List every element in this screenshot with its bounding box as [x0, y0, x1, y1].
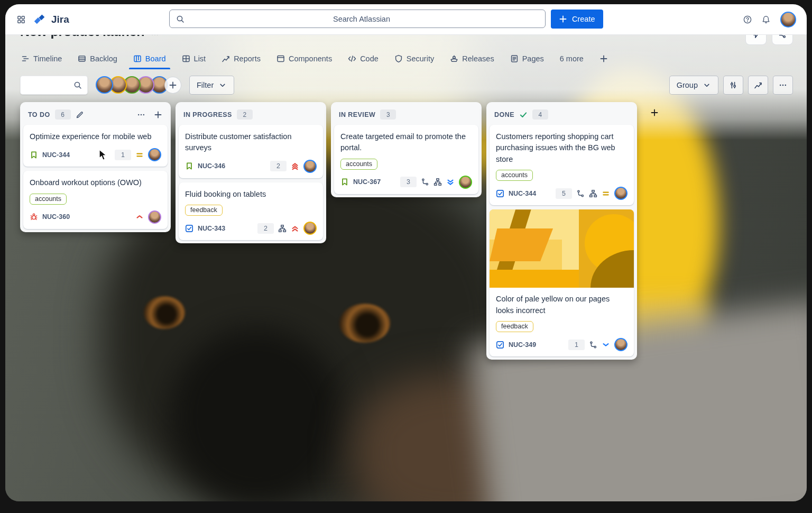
- search-icon: [176, 15, 184, 23]
- tab-components[interactable]: Components: [275, 50, 333, 69]
- card-assignee-avatar[interactable]: [303, 160, 317, 173]
- card-assignee-avatar[interactable]: [459, 176, 472, 189]
- create-button[interactable]: Create: [551, 10, 603, 29]
- group-button[interactable]: Group: [669, 76, 718, 95]
- card-tag-accounts[interactable]: accounts: [30, 194, 67, 205]
- tab-security[interactable]: Security: [393, 50, 435, 69]
- issue-card-nuc-343[interactable]: Fluid booking on tabletsfeedbackNUC-3432: [179, 182, 323, 240]
- add-card-icon[interactable]: [154, 111, 162, 119]
- global-search-input[interactable]: Search Atlassian: [169, 10, 546, 28]
- tab-pages[interactable]: Pages: [509, 50, 545, 69]
- app-switcher-icon[interactable]: [17, 15, 25, 24]
- card-footer: NUC-3441: [30, 148, 161, 161]
- card-assignee-avatar[interactable]: [148, 148, 161, 161]
- card-footer: NUC-3491: [496, 338, 628, 351]
- add-column-button[interactable]: [650, 108, 659, 117]
- kanban-board: TO DO6Optimize experience for mobile web…: [20, 102, 807, 360]
- card-title: Fluid booking on tablets: [185, 189, 317, 200]
- tab-label: Releases: [462, 54, 494, 63]
- issue-key: NUC-346: [198, 162, 225, 170]
- estimate-badge: 2: [270, 161, 287, 171]
- card-footer-meta: 2: [257, 222, 317, 235]
- top-nav-bar: Jira Search Atlassian Create: [5, 4, 807, 35]
- issue-type-story-icon: [340, 178, 349, 186]
- column-more-icon[interactable]: [137, 111, 145, 119]
- notifications-bell-icon[interactable]: [762, 15, 770, 24]
- board-column-in-progress: IN PROGRESS2Distribute customer satisfac…: [176, 102, 326, 243]
- column-name: TO DO: [28, 111, 50, 118]
- column-name: IN REVIEW: [339, 111, 375, 118]
- card-tag-accounts[interactable]: accounts: [340, 159, 377, 170]
- board-column-done: DONE4Customers reporting shopping cart p…: [486, 102, 637, 360]
- column-count-badge: 3: [380, 109, 396, 120]
- filter-button-label: Filter: [197, 81, 214, 89]
- issue-card-nuc-344[interactable]: Customers reporting shopping cart purcha…: [490, 125, 634, 205]
- tab-releases[interactable]: Releases: [449, 50, 495, 69]
- issue-card-nuc-349[interactable]: Color of pale yellow on our pages looks …: [490, 209, 634, 356]
- tab-label: Board: [145, 54, 166, 63]
- issue-key: NUC-344: [42, 151, 70, 159]
- plus-icon: [599, 54, 608, 63]
- branch-icon: [421, 178, 429, 186]
- board-column-to-do: TO DO6Optimize experience for mobile web…: [20, 102, 171, 232]
- issue-type-task-icon: [496, 189, 504, 198]
- priority-lower-icon: [446, 178, 455, 186]
- add-assignee-button[interactable]: [164, 77, 181, 94]
- column-cards: Optimize experience for mobile webNUC-34…: [23, 125, 168, 229]
- tab-label: Pages: [522, 54, 544, 63]
- tab-reports[interactable]: Reports: [220, 50, 262, 69]
- card-tag-feedback[interactable]: feedback: [185, 205, 223, 216]
- tab-board[interactable]: Board: [132, 50, 167, 69]
- column-cards: Distribute customer satisfaction surveys…: [179, 125, 323, 240]
- issue-type-story-icon: [30, 151, 38, 159]
- search-icon: [73, 81, 82, 89]
- priority-low-icon: [602, 341, 610, 349]
- issue-card-nuc-346[interactable]: Distribute customer satisfaction surveys…: [179, 125, 323, 178]
- insights-chart-button[interactable]: [748, 76, 768, 95]
- edit-icon[interactable]: [76, 111, 84, 119]
- group-button-label: Group: [677, 81, 698, 89]
- user-avatar[interactable]: [780, 12, 796, 28]
- issue-card-nuc-367[interactable]: Create targeted email to promote the por…: [334, 125, 478, 194]
- priority-high-icon: [135, 213, 144, 221]
- card-tag-accounts[interactable]: accounts: [496, 170, 533, 181]
- plus-icon: [559, 15, 567, 23]
- board-column-in-review: IN REVIEW3Create targeted email to promo…: [331, 102, 482, 197]
- issue-type-bug-icon: [30, 213, 38, 221]
- issue-card-nuc-360[interactable]: Onboard workout options (OWO)accountsNUC…: [23, 171, 168, 228]
- estimate-badge: 5: [556, 188, 572, 199]
- jira-logo-icon[interactable]: [33, 13, 46, 26]
- tab-6-more[interactable]: 6 more: [559, 50, 585, 69]
- card-assignee-avatar[interactable]: [303, 222, 317, 235]
- add-tab-button[interactable]: [598, 50, 609, 69]
- card-tag-feedback[interactable]: feedback: [496, 321, 533, 332]
- filter-button[interactable]: Filter: [189, 76, 234, 95]
- tab-list[interactable]: List: [181, 50, 207, 69]
- card-footer: NUC-360: [30, 210, 161, 224]
- tab-code[interactable]: Code: [347, 50, 380, 69]
- board-search-input[interactable]: [20, 76, 88, 95]
- priority-medium-icon: [135, 151, 144, 159]
- issue-type-task-icon: [496, 341, 504, 349]
- card-footer: NUC-3673: [340, 176, 472, 189]
- card-footer-meta: 5: [556, 187, 628, 200]
- help-icon[interactable]: [743, 15, 752, 24]
- card-assignee-avatar[interactable]: [614, 338, 628, 351]
- column-cards: Create targeted email to promote the por…: [334, 125, 478, 194]
- column-count-badge: 6: [55, 109, 71, 120]
- column-count-badge: 4: [532, 109, 548, 120]
- sitemap-icon: [433, 178, 442, 186]
- view-settings-sliders-button[interactable]: [723, 76, 743, 95]
- priority-medium-icon: [602, 189, 610, 198]
- column-header: DONE4: [490, 105, 634, 125]
- app-name: Jira: [51, 14, 69, 25]
- column-cards: Customers reporting shopping cart purcha…: [490, 125, 634, 356]
- card-assignee-avatar[interactable]: [614, 187, 628, 200]
- board-more-button[interactable]: [773, 76, 793, 95]
- tab-timeline[interactable]: Timeline: [20, 50, 63, 69]
- issue-card-nuc-344[interactable]: Optimize experience for mobile webNUC-34…: [23, 125, 168, 167]
- card-assignee-avatar[interactable]: [148, 210, 161, 224]
- assignee-avatar[interactable]: [96, 76, 113, 94]
- tab-backlog[interactable]: Backlog: [77, 50, 118, 69]
- priority-higher-icon: [291, 224, 299, 233]
